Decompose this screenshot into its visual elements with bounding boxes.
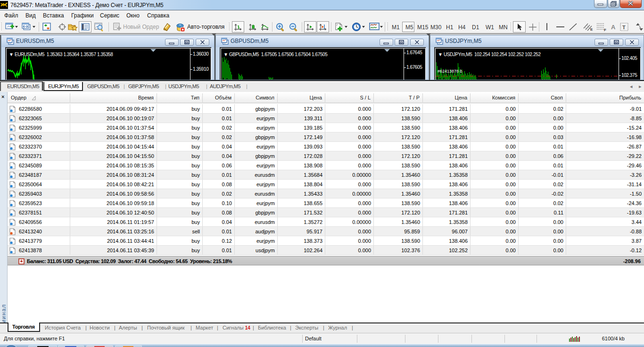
svg-text:F: F xyxy=(604,28,606,32)
svg-text:T: T xyxy=(622,25,626,30)
svg-text:E: E xyxy=(590,27,593,32)
